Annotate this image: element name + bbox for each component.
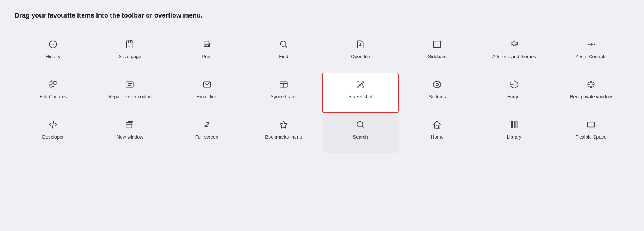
open-file-icon bbox=[355, 38, 366, 50]
toolbar-item-label-zoom-controls: Zoom Controls bbox=[575, 54, 606, 60]
toolbar-item-history[interactable]: History bbox=[15, 33, 91, 73]
toolbar-item-library[interactable]: Library bbox=[476, 113, 553, 153]
toolbar-item-label-email-link: Email link bbox=[197, 94, 217, 100]
toolbar-item-label-addons-themes: Add-ons and themes bbox=[492, 54, 536, 60]
toolbar-item-settings[interactable]: Settings bbox=[399, 73, 476, 113]
synced-tabs-icon bbox=[278, 79, 289, 90]
toolbar-item-email-link[interactable]: Email link bbox=[168, 73, 245, 113]
svg-rect-35 bbox=[126, 123, 132, 128]
addons-icon bbox=[508, 38, 520, 50]
svg-rect-41 bbox=[436, 126, 439, 128]
toolbar-item-label-history: History bbox=[46, 54, 60, 60]
svg-point-7 bbox=[208, 44, 209, 45]
svg-marker-38 bbox=[280, 121, 287, 128]
svg-line-18 bbox=[52, 81, 53, 82]
toolbar-item-full-screen[interactable]: Full screen bbox=[168, 113, 245, 153]
toolbar-item-edit-controls[interactable]: Edit Controls bbox=[15, 73, 91, 113]
toolbar-item-label-search: Search bbox=[353, 134, 368, 140]
toolbar-item-new-window[interactable]: New window bbox=[91, 113, 168, 153]
forget-icon bbox=[508, 79, 520, 90]
svg-point-8 bbox=[280, 41, 286, 46]
private-icon bbox=[585, 79, 597, 90]
toolbar-item-save-page[interactable]: Save page bbox=[91, 33, 168, 73]
developer-icon bbox=[47, 119, 59, 130]
toolbar-item-synced-tabs[interactable]: Synced tabs bbox=[245, 73, 322, 113]
toolbar-item-addons-themes[interactable]: Add-ons and themes bbox=[476, 33, 553, 73]
svg-rect-1 bbox=[127, 41, 132, 48]
svg-line-37 bbox=[205, 123, 209, 127]
svg-point-32 bbox=[590, 83, 592, 87]
toolbar-grid: HistorySave pagePrintFindOpen fileSideba… bbox=[15, 33, 629, 153]
toolbar-item-label-flexible-space: Flexible Space bbox=[575, 134, 606, 140]
toolbar-item-label-bookmarks-menu: Bookmarks menu bbox=[265, 134, 302, 140]
page-title: Drag your favourite items into the toolb… bbox=[15, 12, 629, 19]
toolbar-item-developer[interactable]: Developer bbox=[15, 113, 91, 153]
toolbar-item-label-print: Print bbox=[202, 54, 212, 60]
flexible-space-icon bbox=[585, 119, 597, 130]
library-icon bbox=[508, 119, 520, 130]
find-icon bbox=[278, 38, 289, 50]
home-icon bbox=[431, 119, 443, 130]
toolbar-item-sidebars[interactable]: Sidebars bbox=[399, 33, 476, 73]
svg-point-39 bbox=[357, 121, 363, 127]
settings-icon bbox=[431, 79, 443, 90]
toolbar-item-print[interactable]: Print bbox=[168, 33, 245, 73]
toolbar-item-label-full-screen: Full screen bbox=[195, 134, 219, 140]
toolbar-item-label-forget: Forget bbox=[507, 94, 521, 100]
toolbar-item-home[interactable]: Home bbox=[399, 113, 476, 153]
toolbar-item-repair-text[interactable]: Repair text encoding bbox=[91, 73, 168, 113]
toolbar-item-label-save-page: Save page bbox=[118, 54, 141, 60]
svg-rect-22 bbox=[126, 82, 134, 87]
svg-point-31 bbox=[436, 83, 439, 86]
toolbar-item-label-library: Library bbox=[507, 134, 522, 140]
toolbar-item-label-synced-tabs: Synced tabs bbox=[270, 94, 297, 100]
toolbar-item-label-find: Find bbox=[279, 54, 288, 60]
toolbar-item-bookmarks-menu[interactable]: Bookmarks menu bbox=[245, 113, 322, 153]
toolbar-item-label-repair-text: Repair text encoding bbox=[108, 94, 152, 100]
svg-rect-25 bbox=[203, 82, 211, 87]
toolbar-item-zoom-controls[interactable]: Zoom Controls bbox=[553, 33, 629, 73]
toolbar-item-new-private-window[interactable]: New private window bbox=[553, 73, 629, 113]
toolbar-item-find[interactable]: Find bbox=[245, 33, 322, 73]
toolbar-item-open-file[interactable]: Open file bbox=[322, 33, 399, 73]
toolbar-item-label-developer: Developer bbox=[42, 134, 64, 140]
history-icon bbox=[47, 38, 59, 50]
toolbar-item-screenshot[interactable]: Screenshot bbox=[322, 73, 399, 113]
screenshot-icon bbox=[355, 79, 366, 90]
toolbar-item-flexible-space[interactable]: Flexible Space bbox=[553, 113, 629, 153]
toolbar-item-label-home: Home bbox=[431, 134, 444, 140]
svg-line-40 bbox=[362, 126, 364, 128]
svg-rect-47 bbox=[587, 122, 595, 127]
svg-rect-6 bbox=[205, 45, 208, 46]
repair-text-icon bbox=[124, 79, 136, 90]
toolbar-item-label-open-file: Open file bbox=[351, 54, 370, 60]
toolbar-item-label-screenshot: Screenshot bbox=[348, 94, 372, 100]
bookmarks-icon bbox=[278, 119, 289, 130]
svg-rect-4 bbox=[131, 40, 132, 42]
svg-line-9 bbox=[285, 46, 287, 48]
fullscreen-icon bbox=[201, 119, 213, 130]
new-window-icon bbox=[124, 119, 136, 130]
toolbar-item-label-new-private-window: New private window bbox=[570, 94, 612, 100]
toolbar-item-label-new-window: New window bbox=[117, 134, 143, 140]
svg-line-17 bbox=[50, 81, 51, 82]
email-icon bbox=[201, 79, 213, 90]
svg-rect-21 bbox=[50, 84, 52, 87]
zoom-icon bbox=[585, 38, 597, 50]
toolbar-item-forget[interactable]: Forget bbox=[476, 73, 553, 113]
print-icon bbox=[201, 38, 213, 50]
edit-controls-icon bbox=[47, 79, 59, 90]
toolbar-item-label-settings: Settings bbox=[429, 94, 446, 100]
svg-rect-11 bbox=[434, 41, 441, 47]
toolbar-item-label-edit-controls: Edit Controls bbox=[39, 94, 67, 100]
search-icon bbox=[355, 119, 366, 130]
toolbar-item-label-sidebars: Sidebars bbox=[428, 54, 447, 60]
toolbar-item-search[interactable]: Search bbox=[322, 113, 399, 153]
sidebars-icon bbox=[431, 38, 443, 50]
save-page-icon bbox=[124, 38, 136, 50]
